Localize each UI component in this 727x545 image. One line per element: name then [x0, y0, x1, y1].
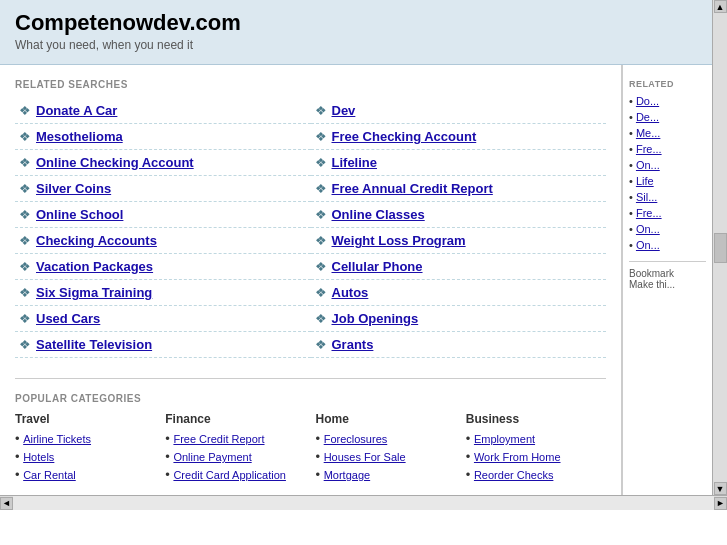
link-arrow: ❖ [19, 155, 31, 170]
sidebar-link-item: On... [629, 159, 706, 171]
link-item: ❖Satellite Television [15, 332, 311, 358]
link-arrow: ❖ [19, 129, 31, 144]
popular-link[interactable]: Online Payment [173, 451, 251, 463]
popular-item: Online Payment [165, 449, 305, 464]
popular-link[interactable]: Credit Card Application [173, 469, 286, 481]
sidebar-link-item: Life [629, 175, 706, 187]
link-anchor[interactable]: Donate A Car [36, 103, 117, 118]
popular-link[interactable]: Foreclosures [324, 433, 388, 445]
scrollbar[interactable]: ▲ ▼ [712, 0, 727, 495]
link-anchor[interactable]: Silver Coins [36, 181, 111, 196]
sidebar-link-item: Fre... [629, 207, 706, 219]
sidebar-link-anchor[interactable]: On... [636, 239, 660, 251]
link-arrow: ❖ [315, 181, 327, 196]
link-arrow: ❖ [315, 337, 327, 352]
link-arrow: ❖ [19, 103, 31, 118]
links-grid: ❖Donate A Car❖Dev❖Mesothelioma❖Free Chec… [15, 98, 606, 358]
link-item: ❖Checking Accounts [15, 228, 311, 254]
scroll-down-button[interactable]: ▼ [714, 482, 727, 495]
main-content: RELATED SEARCHES ❖Donate A Car❖Dev❖Mesot… [0, 65, 622, 495]
popular-item: Hotels [15, 449, 155, 464]
popular-col-title: Travel [15, 412, 155, 426]
scroll-up-button[interactable]: ▲ [714, 0, 727, 13]
popular-item: Reorder Checks [466, 467, 606, 482]
popular-link[interactable]: Airline Tickets [23, 433, 91, 445]
link-anchor[interactable]: Used Cars [36, 311, 100, 326]
popular-link[interactable]: Employment [474, 433, 535, 445]
link-arrow: ❖ [315, 285, 327, 300]
link-item: ❖Donate A Car [15, 98, 311, 124]
popular-column: HomeForeclosuresHouses For SaleMortgage [316, 412, 456, 485]
link-anchor[interactable]: Free Checking Account [332, 129, 477, 144]
link-arrow: ❖ [19, 181, 31, 196]
sidebar-link-anchor[interactable]: Me... [636, 127, 660, 139]
site-subtitle: What you need, when you need it [15, 38, 697, 52]
link-anchor[interactable]: Six Sigma Training [36, 285, 152, 300]
horizontal-scrollbar[interactable]: ◄ ► [0, 495, 727, 510]
sidebar-link-item: On... [629, 239, 706, 251]
popular-item: Houses For Sale [316, 449, 456, 464]
link-anchor[interactable]: Free Annual Credit Report [332, 181, 493, 196]
link-item: ❖Online Classes [311, 202, 607, 228]
link-item: ❖Mesothelioma [15, 124, 311, 150]
sidebar-link-anchor[interactable]: Life [636, 175, 654, 187]
popular-item: Credit Card Application [165, 467, 305, 482]
link-anchor[interactable]: Autos [332, 285, 369, 300]
link-item: ❖Free Annual Credit Report [311, 176, 607, 202]
link-anchor[interactable]: Satellite Television [36, 337, 152, 352]
scroll-left-button[interactable]: ◄ [0, 497, 13, 510]
sidebar-link-anchor[interactable]: On... [636, 223, 660, 235]
link-anchor[interactable]: Online Checking Account [36, 155, 194, 170]
link-arrow: ❖ [315, 103, 327, 118]
related-searches-label: RELATED SEARCHES [15, 79, 606, 90]
sidebar-link-item: Fre... [629, 143, 706, 155]
sidebar-link-anchor[interactable]: Sil... [636, 191, 657, 203]
sidebar-link-anchor[interactable]: Do... [636, 95, 659, 107]
sidebar-link-anchor[interactable]: On... [636, 159, 660, 171]
link-anchor[interactable]: Grants [332, 337, 374, 352]
link-anchor[interactable]: Online Classes [332, 207, 425, 222]
link-anchor[interactable]: Mesothelioma [36, 129, 123, 144]
link-item: ❖Six Sigma Training [15, 280, 311, 306]
link-item: ❖Free Checking Account [311, 124, 607, 150]
link-arrow: ❖ [315, 311, 327, 326]
scroll-thumb[interactable] [714, 233, 727, 263]
popular-col-title: Business [466, 412, 606, 426]
sidebar-link-anchor[interactable]: De... [636, 111, 659, 123]
link-anchor[interactable]: Dev [332, 103, 356, 118]
popular-label: POPULAR CATEGORIES [15, 393, 606, 404]
link-item: ❖Silver Coins [15, 176, 311, 202]
popular-col-title: Finance [165, 412, 305, 426]
popular-item: Work From Home [466, 449, 606, 464]
link-anchor[interactable]: Lifeline [332, 155, 378, 170]
link-item: ❖Job Openings [311, 306, 607, 332]
popular-link[interactable]: Houses For Sale [324, 451, 406, 463]
popular-link[interactable]: Free Credit Report [173, 433, 264, 445]
link-arrow: ❖ [19, 207, 31, 222]
link-item: ❖Grants [311, 332, 607, 358]
link-item: ❖Online Checking Account [15, 150, 311, 176]
link-item: ❖Used Cars [15, 306, 311, 332]
header: Competenowdev.com What you need, when yo… [0, 0, 712, 65]
sidebar-link-item: Me... [629, 127, 706, 139]
scroll-right-button[interactable]: ► [714, 497, 727, 510]
link-item: ❖Cellular Phone [311, 254, 607, 280]
popular-column: BusinessEmploymentWork From HomeReorder … [466, 412, 606, 485]
link-anchor[interactable]: Online School [36, 207, 123, 222]
link-anchor[interactable]: Vacation Packages [36, 259, 153, 274]
sidebar-link-anchor[interactable]: Fre... [636, 143, 662, 155]
popular-link[interactable]: Work From Home [474, 451, 561, 463]
link-anchor[interactable]: Cellular Phone [332, 259, 423, 274]
link-arrow: ❖ [315, 259, 327, 274]
popular-link[interactable]: Mortgage [324, 469, 370, 481]
popular-link[interactable]: Hotels [23, 451, 54, 463]
link-arrow: ❖ [19, 311, 31, 326]
link-anchor[interactable]: Weight Loss Program [332, 233, 466, 248]
popular-link[interactable]: Car Rental [23, 469, 76, 481]
popular-grid: TravelAirline TicketsHotelsCar RentalFin… [15, 412, 606, 485]
popular-link[interactable]: Reorder Checks [474, 469, 553, 481]
link-anchor[interactable]: Job Openings [332, 311, 419, 326]
sidebar-link-anchor[interactable]: Fre... [636, 207, 662, 219]
link-arrow: ❖ [19, 285, 31, 300]
link-anchor[interactable]: Checking Accounts [36, 233, 157, 248]
